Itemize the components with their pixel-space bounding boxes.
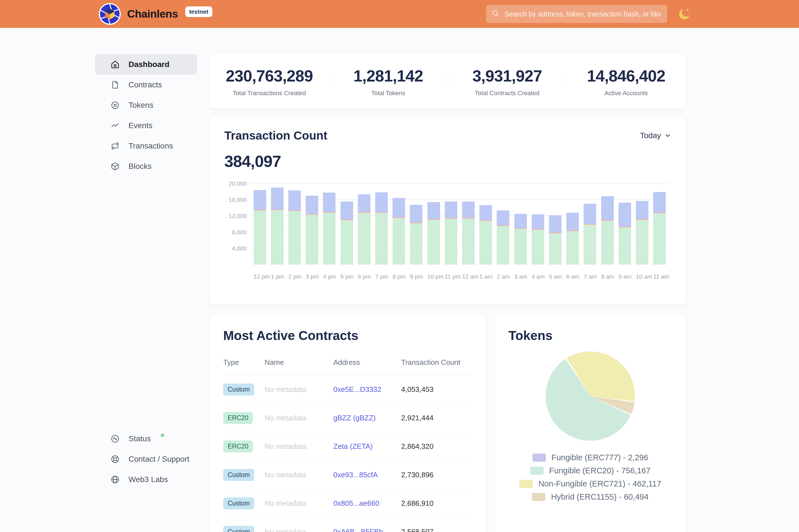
sidebar-item-web3-labs[interactable]: Web3 Labs	[95, 469, 197, 490]
tokens-title: Tokens	[508, 328, 672, 343]
table-row: Custom No metadata 0xe5E...D3332 4,053,4…	[223, 375, 473, 404]
sidebar-item-label: Contact / Support	[128, 455, 189, 463]
legend-label: Fungible (ERC777) - 2,296	[551, 453, 649, 462]
column-header-type: Type	[223, 358, 265, 375]
trending-icon	[111, 121, 120, 130]
chainlens-logo-icon	[98, 3, 121, 25]
x-tick-label: 7 am	[584, 273, 596, 280]
tokens-legend: Fungible (ERC777) - 2,296 Fungible (ERC2…	[508, 453, 672, 501]
top-segment	[479, 205, 492, 220]
x-tick-label: 2 am	[497, 273, 509, 280]
x-labels: 12 pm1 pm2 pm3 pm4 pm5 pm6 pm7 pm8 pm9 p…	[251, 273, 668, 280]
x-tick-label: 5 pm	[341, 273, 353, 280]
x-tick-label: 3 am	[514, 273, 527, 280]
token-icon	[111, 101, 120, 110]
bar-plot	[251, 184, 668, 265]
bar-7-pm	[375, 192, 388, 265]
type-badge: Custom	[223, 497, 254, 509]
x-tick-label: 6 pm	[358, 273, 370, 280]
address-link[interactable]: 0xe5E...D3332	[333, 385, 381, 394]
period-dropdown[interactable]: Today	[640, 131, 671, 140]
stat-value: 1,281,142	[329, 66, 448, 85]
search-input[interactable]	[504, 10, 661, 18]
bottom-segment	[254, 210, 266, 265]
contract-name: No metadata	[265, 461, 333, 489]
x-tick-label: 12 am	[462, 273, 475, 280]
x-tick-label: 8 pm	[393, 273, 405, 280]
type-badge: ERC20	[223, 412, 253, 424]
sidebar-item-tokens[interactable]: Tokens	[95, 95, 197, 115]
status-online-dot	[161, 434, 164, 437]
sidebar-item-contact-support[interactable]: Contact / Support	[95, 449, 197, 469]
bar-5-pm	[341, 202, 353, 265]
y-tick-label: 20,000	[229, 180, 247, 187]
bottom-segment	[619, 227, 631, 265]
sidebar-item-transactions[interactable]: Transactions	[95, 136, 197, 156]
x-tick-label: 4 am	[532, 273, 544, 280]
x-tick-label: 1 am	[479, 273, 492, 280]
table-row: Custom No metadata 0xe93...85cfA 2,730,8…	[223, 461, 473, 489]
type-badge: ERC20	[223, 440, 253, 453]
legend-item-erc721: Non-Fungible (ERC721) - 462,117	[519, 479, 661, 489]
legend-item-erc1155: Hybrid (ERC1155) - 60,494	[532, 492, 649, 501]
transaction-count-total: 384,097	[224, 152, 671, 168]
period-value: Today	[640, 131, 661, 140]
top-segment	[410, 205, 422, 223]
bottom-segment	[410, 223, 422, 265]
y-tick-label: 8,000	[232, 229, 247, 235]
search-icon	[492, 10, 500, 18]
most-active-contracts-card: Most Active Contracts Type Name Address …	[210, 315, 486, 532]
address-link[interactable]: gBZZ (gBZZ)	[333, 414, 376, 422]
table-row: Custom No metadata 0xA6B...B5FBb 2,568,5…	[223, 518, 473, 532]
x-tick-label: 4 pm	[323, 273, 335, 280]
bar-12-am	[462, 202, 475, 265]
bottom-segment	[636, 220, 649, 265]
sidebar-item-status[interactable]: Status	[95, 429, 197, 449]
top-segment	[254, 190, 266, 210]
bar-8-am	[601, 196, 614, 265]
x-tick-label: 9 pm	[410, 273, 422, 280]
sidebar-item-events[interactable]: Events	[95, 115, 197, 136]
sidebar-item-contracts[interactable]: Contracts	[95, 75, 197, 95]
bar-2-am	[497, 210, 509, 265]
contract-name: No metadata	[265, 518, 333, 532]
legend-swatch	[530, 467, 544, 475]
stat-value: 3,931,927	[448, 66, 567, 85]
type-badge: Custom	[223, 469, 254, 481]
stat-total-tokens: 1,281,142 Total Tokens	[329, 65, 448, 97]
top-segment	[636, 201, 649, 219]
dark-mode-toggle[interactable]	[677, 7, 692, 21]
bottom-segment	[566, 231, 579, 265]
address-link[interactable]: 0xA6B...B5FBb	[333, 528, 383, 532]
column-header-transaction-count: Transaction Count	[401, 358, 473, 375]
x-tick-label: 7 pm	[375, 273, 388, 280]
x-tick-label: 2 pm	[288, 273, 301, 280]
brand-logo[interactable]: Chainlens testnet	[98, 3, 212, 25]
sidebar-item-blocks[interactable]: Blocks	[95, 156, 197, 176]
bar-11-pm	[445, 202, 457, 265]
top-segment	[566, 213, 579, 230]
bottom-segment	[323, 213, 335, 265]
y-tick-label: 12,000	[229, 213, 247, 220]
address-link[interactable]: Zeta (ZETA)	[333, 442, 373, 451]
stat-value: 230,763,289	[210, 66, 329, 85]
bar-8-pm	[393, 198, 405, 265]
top-segment	[514, 214, 527, 228]
contracts-table: Type Name Address Transaction Count Cust…	[223, 358, 473, 532]
bottom-segment	[601, 221, 614, 265]
x-tick-label: 3 pm	[306, 273, 318, 280]
sidebar-item-label: Tokens	[128, 101, 153, 110]
global-search[interactable]	[486, 5, 667, 23]
address-link[interactable]: 0xe93...85cfA	[333, 471, 378, 479]
sidebar-item-label: Blocks	[128, 162, 151, 171]
bar-9-am	[619, 203, 631, 265]
sidebar-item-dashboard[interactable]: Dashboard	[95, 54, 197, 75]
transaction-bar-chart: 4,0008,00012,00016,00020,000 12 pm1 pm2 …	[224, 184, 671, 280]
stat-active-accounts: 14,846,402 Active Accounts	[566, 65, 686, 97]
top-segment	[653, 192, 666, 212]
bar-7-am	[584, 204, 596, 265]
bar-1-pm	[271, 188, 284, 265]
address-link[interactable]: 0x805...ae660	[333, 499, 379, 508]
bar-6-pm	[358, 194, 370, 265]
top-segment	[445, 202, 457, 218]
